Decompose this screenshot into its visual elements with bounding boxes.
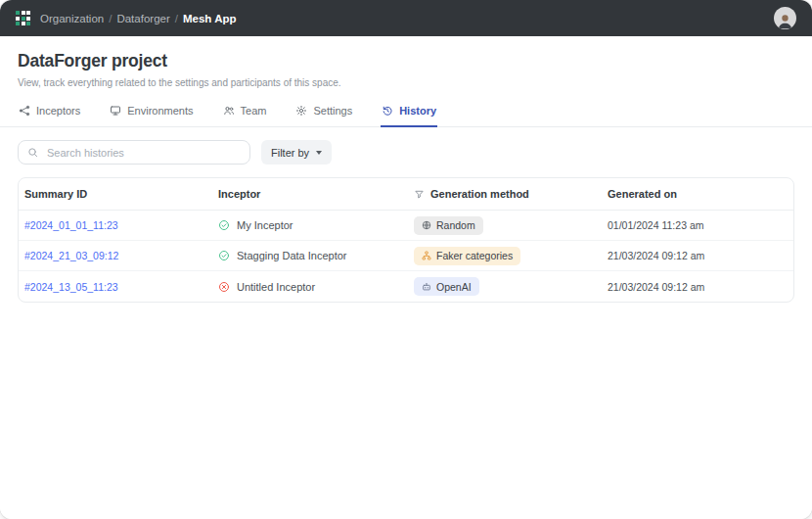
person-icon	[776, 11, 794, 29]
generated-on: 21/03/2024 09:12 am	[608, 250, 793, 261]
generation-method-badge: OpenAI	[414, 277, 479, 296]
column-inceptor[interactable]: Inceptor	[218, 188, 414, 200]
app-grid-logo-icon[interactable]	[16, 11, 30, 25]
summary-id-link[interactable]: #2024_21_03_09:12	[24, 250, 218, 261]
column-summary-id[interactable]: Summary ID	[24, 188, 218, 200]
status-error-icon	[218, 281, 230, 293]
generation-method-badge: Random	[414, 216, 483, 235]
tab-history[interactable]: History	[381, 97, 437, 127]
inceptor-cell: Stagging Data Inceptor	[218, 250, 414, 261]
summary-id-link[interactable]: #2024_01_01_11:23	[24, 219, 218, 231]
app-window: Organization / Dataforger / Mesh App Dat…	[0, 0, 812, 519]
search-icon	[27, 147, 38, 158]
search-input[interactable]	[45, 146, 241, 160]
inceptor-cell: My Inceptor	[218, 219, 414, 231]
status-success-icon	[218, 219, 230, 231]
page-head: DataForger project View, track everythin…	[0, 36, 812, 88]
history-table: Summary ID Inceptor Generation method Ge…	[18, 177, 794, 303]
breadcrumb-dataforger[interactable]: Dataforger	[116, 13, 169, 24]
funnel-filter-icon	[414, 189, 425, 200]
search-box[interactable]	[18, 140, 250, 165]
tab-inceptors[interactable]: Inceptors	[18, 97, 81, 127]
tab-team[interactable]: Team	[222, 97, 268, 127]
inceptor-cell: Untitled Inceptor	[218, 281, 414, 293]
history-panel: Filter by Summary ID Inceptor Generation…	[0, 127, 812, 519]
method-cell: OpenAI	[414, 277, 608, 296]
generated-on: 21/03/2024 09:12 am	[608, 281, 793, 293]
summary-id-link[interactable]: #2024_13_05_11:23	[24, 281, 218, 293]
status-success-icon	[218, 250, 230, 261]
sitemap-icon	[422, 251, 431, 260]
bot-icon	[422, 282, 431, 292]
user-avatar[interactable]	[774, 7, 796, 29]
generation-method-badge: Faker categories	[414, 247, 520, 265]
globe-icon	[422, 220, 431, 230]
tab-environments[interactable]: Environments	[109, 97, 194, 127]
inceptor-name: My Inceptor	[237, 219, 293, 231]
monitor-icon	[110, 105, 121, 117]
page-subtitle: View, track everything related to the se…	[18, 77, 794, 88]
inceptor-name: Stagging Data Inceptor	[237, 250, 347, 261]
generated-on: 01/01/2024 11:23 am	[608, 219, 793, 231]
table-row[interactable]: #2024_01_01_11:23 My Inceptor Random	[19, 211, 793, 241]
table-row[interactable]: #2024_13_05_11:23 Untitled Inceptor	[19, 271, 793, 302]
table-row[interactable]: #2024_21_03_09:12 Stagging Data Inceptor	[19, 241, 793, 271]
toolbar: Filter by	[18, 140, 794, 165]
breadcrumb-separator: /	[109, 13, 112, 24]
breadcrumb-organization[interactable]: Organization	[40, 13, 104, 24]
breadcrumb-current: Mesh App	[183, 13, 237, 24]
breadcrumb-separator: /	[175, 13, 178, 24]
share-nodes-icon	[19, 105, 30, 117]
tab-bar: Inceptors Environments Team Settings	[0, 97, 812, 127]
inceptor-name: Untitled Inceptor	[237, 281, 315, 293]
chevron-down-icon	[316, 151, 322, 155]
users-icon	[223, 105, 235, 117]
history-clock-icon	[382, 105, 393, 117]
gear-icon	[295, 105, 307, 117]
breadcrumb: Organization / Dataforger / Mesh App	[40, 13, 237, 24]
table-header-row: Summary ID Inceptor Generation method Ge…	[19, 178, 793, 211]
filter-by-button[interactable]: Filter by	[261, 140, 332, 165]
method-cell: Faker categories	[414, 247, 608, 265]
column-generation-method[interactable]: Generation method	[414, 188, 608, 200]
top-navbar: Organization / Dataforger / Mesh App	[0, 0, 812, 36]
tab-settings[interactable]: Settings	[294, 97, 353, 127]
column-generated-on[interactable]: Generated on	[608, 188, 793, 200]
method-cell: Random	[414, 216, 608, 235]
page-title: DataForger project	[18, 51, 794, 71]
